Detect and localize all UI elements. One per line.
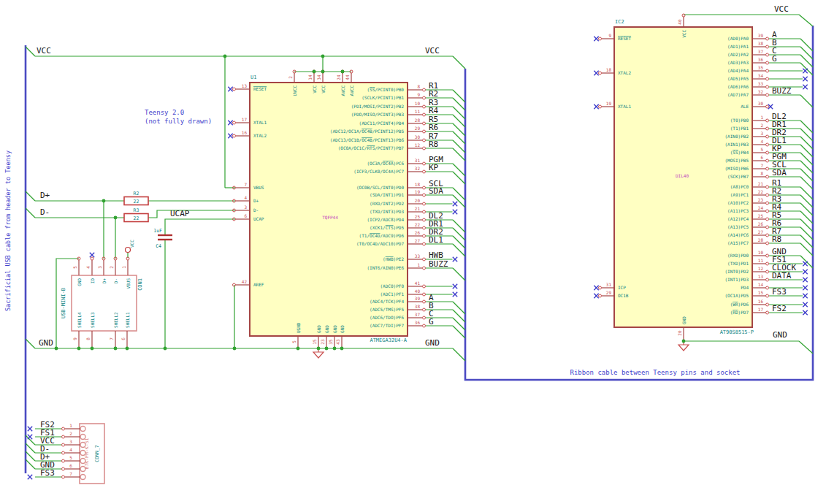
r2-value[interactable]: 22 bbox=[134, 199, 139, 205]
pin-name: GND bbox=[77, 278, 82, 286]
pin-number: 4 bbox=[244, 195, 247, 200]
net-label-data[interactable]: DATA bbox=[772, 271, 792, 280]
pin-end-circle bbox=[599, 286, 602, 289]
u1-package[interactable]: TQFP44 bbox=[322, 215, 338, 220]
wire bbox=[799, 15, 813, 26]
pin-end-circle bbox=[423, 88, 426, 91]
net-label-ucap[interactable]: UCAP bbox=[170, 209, 190, 218]
junction-dot bbox=[321, 70, 325, 74]
con1-value[interactable]: USB-MINI-B bbox=[61, 288, 66, 318]
net-label-sda[interactable]: SDA bbox=[429, 186, 443, 196]
pin-name: (A9)PC1 bbox=[730, 192, 749, 197]
net-label-sda[interactable]: SDA bbox=[772, 168, 787, 177]
comment-teensy-line1[interactable]: Teensy 2.0 bbox=[145, 109, 184, 116]
pin-end-circle bbox=[423, 162, 426, 165]
pin-end-circle bbox=[423, 96, 426, 99]
conn7-pin-1[interactable]: 1FS2 bbox=[28, 420, 85, 432]
comment-sacrificial-usb-cable[interactable]: Sacrificial USB cable from header to Tee… bbox=[4, 150, 12, 311]
c4-ref[interactable]: C4 bbox=[156, 243, 161, 249]
net-label-fs3[interactable]: FS3 bbox=[40, 468, 55, 478]
no-connect-icon bbox=[803, 77, 807, 81]
r3-value[interactable]: 22 bbox=[134, 215, 139, 221]
no-connect-icon bbox=[803, 294, 807, 298]
pin-end-circle bbox=[423, 316, 426, 319]
u1-value[interactable]: ATMEGA32U4-A bbox=[370, 337, 407, 343]
pin-name: (ADC1)PF1 bbox=[380, 291, 404, 297]
net-label-r8[interactable]: R8 bbox=[772, 234, 781, 244]
net-label-gnd-mid[interactable]: GND bbox=[425, 338, 440, 348]
bus-entry bbox=[26, 208, 35, 218]
pin-end-circle bbox=[766, 254, 769, 257]
conn7-symbol[interactable]: B7K-PH-K-S1CONN_71FS22FS13VCC4D-5D+6GND7… bbox=[28, 420, 104, 484]
pin-number: 38 bbox=[415, 304, 421, 309]
ic2-ref[interactable]: IC2 bbox=[615, 19, 624, 25]
r3-ref[interactable]: R3 bbox=[134, 207, 139, 213]
pin-number: 27 bbox=[758, 229, 764, 234]
ic2-package[interactable]: DIL40 bbox=[676, 173, 689, 178]
net-label-r8[interactable]: R8 bbox=[429, 140, 438, 149]
u1-symbol[interactable]: U1ATMEGA32U4-ATQFP4413RESET17XTAL116XTAL… bbox=[228, 70, 465, 347]
pin-number: 10 bbox=[415, 101, 421, 106]
r2-ref[interactable]: R2 bbox=[134, 191, 139, 196]
pin-number: 1 bbox=[417, 262, 420, 267]
net-label-buzz[interactable]: BUZZ bbox=[429, 259, 448, 269]
pin-name: (OC3A/OC4A)PC6 bbox=[367, 161, 404, 166]
pin-end-circle bbox=[423, 267, 426, 270]
pin-number: 37 bbox=[758, 49, 764, 54]
pin-end-circle bbox=[766, 286, 769, 289]
no-connect-icon bbox=[28, 435, 32, 439]
u1-ref[interactable]: U1 bbox=[251, 75, 256, 80]
net-label-dl1[interactable]: DL1 bbox=[429, 235, 443, 245]
pin-name: VCC bbox=[321, 85, 326, 93]
ic2-value[interactable]: AT90S8515-P bbox=[720, 329, 754, 335]
pin-name: (A12)PC4 bbox=[727, 216, 749, 221]
net-label-g[interactable]: G bbox=[429, 317, 434, 327]
pin-name: (AD3)PA3 bbox=[727, 60, 749, 65]
con1-symbol[interactable]: CON1USB-MINI-B5GND4ID3D+2D-1VBUS9SHELL48… bbox=[61, 253, 143, 347]
c4-value[interactable]: 1uF bbox=[153, 228, 162, 234]
net-label-dminus[interactable]: D- bbox=[40, 207, 50, 217]
junction-dot bbox=[91, 347, 94, 351]
pin-name: (PDI/MOSI/PCINT2)PB2 bbox=[351, 104, 405, 109]
pin-number: 12 bbox=[758, 266, 764, 271]
pin-end-circle bbox=[766, 85, 769, 88]
ic2-symbol[interactable]: IC2AT90S8515-PDIL409RESET18XTAL219XTAL13… bbox=[594, 14, 813, 340]
pin-end-circle bbox=[766, 226, 769, 229]
comment-ribbon-cable[interactable]: Ribbon cable between Teensy pins and soc… bbox=[570, 369, 741, 376]
net-label-vcc-right[interactable]: VCC bbox=[774, 4, 789, 14]
net-label-fs3[interactable]: FS3 bbox=[772, 287, 787, 297]
junction-dot bbox=[233, 347, 237, 351]
pin-number: 15 bbox=[312, 339, 317, 345]
bus-entry bbox=[800, 235, 813, 248]
net-label-vcc-mid[interactable]: VCC bbox=[425, 46, 440, 56]
net-label-g[interactable]: G bbox=[772, 54, 777, 64]
conn7-pin-7[interactable]: 7FS3 bbox=[28, 468, 85, 480]
comment-teensy-line2[interactable]: (not fully drawn) bbox=[145, 118, 212, 125]
no-connect-icon bbox=[453, 292, 457, 297]
conn7-ref[interactable]: CONN_7 bbox=[94, 445, 100, 462]
pin-name: (ADC4/TCK)PF4 bbox=[370, 299, 404, 304]
conn7-pin-2[interactable]: 2FS1 bbox=[28, 428, 85, 440]
net-label-gnd-left[interactable]: GND bbox=[39, 338, 53, 348]
c4-symbol[interactable]: 1uFC4 bbox=[153, 228, 172, 249]
net-label-kp[interactable]: KP bbox=[429, 163, 439, 172]
bus-entry bbox=[453, 302, 465, 314]
r2-symbol[interactable]: R222 bbox=[124, 191, 148, 205]
pin-end-circle bbox=[423, 202, 426, 205]
net-label-dplus[interactable]: D+ bbox=[40, 191, 50, 200]
pin-number: 20 bbox=[677, 330, 682, 336]
bus-entry bbox=[800, 219, 813, 232]
junction-dot bbox=[321, 55, 325, 58]
net-label-vcc-left[interactable]: VCC bbox=[37, 46, 51, 56]
pin-end-circle bbox=[423, 147, 426, 150]
net-label-gnd-right[interactable]: GND bbox=[773, 330, 787, 340]
net-label-buzz[interactable]: BUZZ bbox=[772, 86, 792, 96]
pin-number: 18 bbox=[415, 182, 421, 187]
vcc-power-symbol[interactable]: VCC bbox=[126, 240, 135, 253]
r3-symbol[interactable]: R322 bbox=[124, 207, 148, 222]
net-label-fs2[interactable]: FS2 bbox=[772, 304, 787, 313]
pin-name: (OC0A/OC1C/RTS/PCINT7)PB7 bbox=[338, 145, 405, 150]
con1-ref[interactable]: CON1 bbox=[137, 278, 143, 291]
pin-end-circle bbox=[423, 139, 426, 142]
pin-end-circle bbox=[423, 122, 426, 125]
